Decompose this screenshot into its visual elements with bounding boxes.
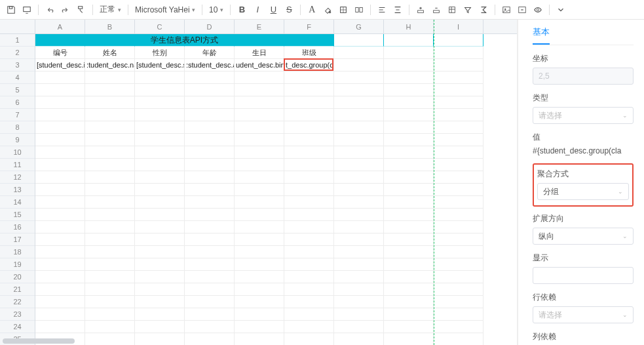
cell[interactable] <box>284 109 334 121</box>
cell[interactable] <box>85 283 135 296</box>
cell[interactable] <box>284 233 334 246</box>
cell[interactable] <box>384 296 434 308</box>
cell[interactable] <box>35 134 85 146</box>
cell[interactable] <box>434 209 483 221</box>
cell[interactable] <box>35 221 85 233</box>
cell[interactable] <box>384 221 434 233</box>
row-header[interactable]: 24 <box>0 321 35 333</box>
row-header[interactable]: 1 <box>0 34 35 47</box>
row-header[interactable]: 11 <box>0 159 35 171</box>
cell[interactable] <box>135 209 185 221</box>
eye-icon[interactable] <box>531 3 545 17</box>
cell[interactable] <box>334 258 384 271</box>
row-header[interactable]: 9 <box>0 134 35 146</box>
row-header[interactable]: 15 <box>0 209 35 221</box>
cell[interactable] <box>334 71 384 84</box>
cell[interactable] <box>434 47 483 59</box>
cell[interactable] <box>434 96 483 109</box>
cell[interactable] <box>135 121 185 134</box>
cell[interactable] <box>185 184 235 196</box>
cell[interactable] <box>434 59 483 71</box>
row-header[interactable]: 13 <box>0 184 35 196</box>
cell[interactable] <box>235 121 284 134</box>
cell[interactable] <box>135 196 185 209</box>
cell[interactable] <box>284 184 334 196</box>
cell[interactable] <box>135 134 185 146</box>
cell[interactable] <box>235 171 284 184</box>
cell[interactable] <box>85 233 135 246</box>
cell[interactable] <box>235 271 284 283</box>
cell[interactable]: [student_desc.se <box>135 59 185 71</box>
cell[interactable] <box>35 196 85 209</box>
cell[interactable] <box>135 71 185 84</box>
cell[interactable] <box>334 134 384 146</box>
cell[interactable] <box>384 59 434 71</box>
cell[interactable] <box>284 321 334 333</box>
border-button[interactable] <box>336 3 350 17</box>
cell[interactable] <box>284 84 334 96</box>
cell[interactable] <box>384 159 434 171</box>
cell[interactable] <box>434 246 483 258</box>
cell[interactable] <box>185 96 235 109</box>
cell[interactable] <box>434 233 483 246</box>
italic-button[interactable]: I <box>250 3 265 17</box>
cell[interactable] <box>85 34 135 47</box>
column-header[interactable]: D <box>185 20 235 33</box>
column-header[interactable]: A <box>35 20 85 33</box>
cell[interactable] <box>85 333 135 345</box>
cell[interactable] <box>85 246 135 258</box>
cell[interactable] <box>284 134 334 146</box>
cell[interactable] <box>284 209 334 221</box>
more-icon[interactable] <box>554 3 568 17</box>
cell[interactable] <box>434 146 483 159</box>
cell[interactable] <box>434 296 483 308</box>
cell[interactable]: 编号 <box>35 47 85 59</box>
column-header[interactable]: H <box>384 20 434 33</box>
cell[interactable] <box>334 308 384 321</box>
cell[interactable] <box>384 184 434 196</box>
cell[interactable] <box>185 271 235 283</box>
fontsize-select[interactable]: 10▾ <box>206 3 226 17</box>
cell[interactable] <box>434 196 483 209</box>
cell[interactable] <box>35 184 85 196</box>
cell[interactable] <box>434 84 483 96</box>
insert-row-button[interactable] <box>413 3 428 17</box>
cell[interactable] <box>384 96 434 109</box>
cell[interactable] <box>185 159 235 171</box>
cell[interactable] <box>434 121 483 134</box>
cell[interactable] <box>85 84 135 96</box>
cell[interactable] <box>185 209 235 221</box>
cell[interactable] <box>434 71 483 84</box>
align-v-button[interactable] <box>390 3 405 17</box>
cell[interactable] <box>384 34 434 47</box>
cell[interactable] <box>434 258 483 271</box>
cell[interactable] <box>235 308 284 321</box>
cell[interactable] <box>434 159 483 171</box>
cell[interactable] <box>235 184 284 196</box>
cell[interactable] <box>85 171 135 184</box>
cell[interactable] <box>235 283 284 296</box>
cell[interactable] <box>334 333 384 345</box>
cell[interactable] <box>384 246 434 258</box>
cell[interactable] <box>434 171 483 184</box>
cell[interactable] <box>135 283 185 296</box>
cell[interactable] <box>384 109 434 121</box>
cell[interactable] <box>434 283 483 296</box>
cell[interactable]: 生日 <box>235 47 284 59</box>
cell[interactable] <box>334 221 384 233</box>
cell[interactable] <box>85 109 135 121</box>
cell[interactable] <box>185 71 235 84</box>
cell[interactable] <box>185 258 235 271</box>
column-header[interactable]: C <box>135 20 185 33</box>
cell[interactable] <box>35 109 85 121</box>
cell[interactable] <box>35 96 85 109</box>
cell[interactable] <box>334 246 384 258</box>
cell[interactable] <box>35 321 85 333</box>
cell[interactable] <box>235 84 284 96</box>
cell[interactable] <box>235 221 284 233</box>
cell[interactable] <box>35 308 85 321</box>
cell[interactable] <box>384 233 434 246</box>
grid-body[interactable]: 学生信息表API方式编号姓名性别年龄生日班级[student_desc.id:t… <box>35 34 517 345</box>
cell[interactable] <box>284 271 334 283</box>
cell[interactable]: 姓名 <box>85 47 135 59</box>
